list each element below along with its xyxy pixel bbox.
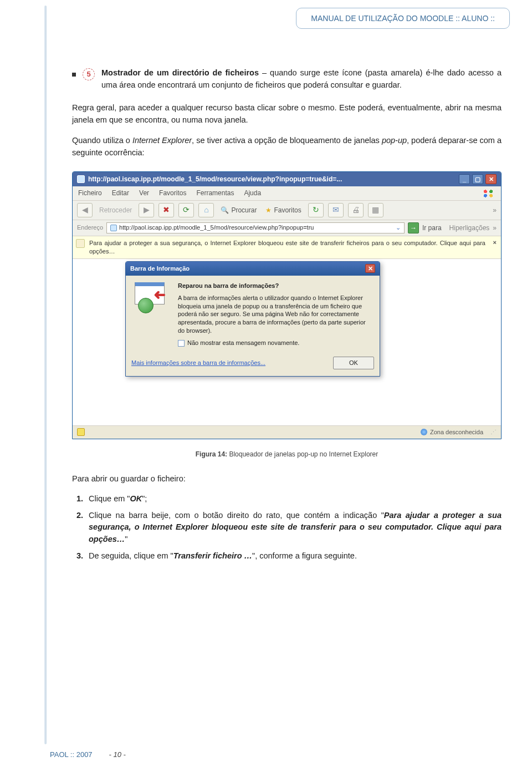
ie-menu-bar: Ficheiro Editar Ver Favoritos Ferramenta… (73, 186, 501, 201)
dialog-heading: Reparou na barra de informações? (178, 281, 373, 291)
bullet-item-5: 5 Mostrador de um directório de ficheiro… (72, 67, 502, 92)
print-button[interactable]: 🖨 (348, 203, 364, 217)
zone-text: Zona desconhecida (430, 428, 483, 437)
fav-label: Favoritos (274, 205, 301, 216)
steps-list: Clique em "OK"; Clique na barra beije, c… (85, 493, 502, 562)
dialog-titlebar: Barra de Informação ✕ (126, 262, 380, 276)
back-label: Retroceder (97, 205, 134, 216)
sub-heading: Para abrir ou guardar o ficheiro: (72, 473, 502, 485)
dialog-footer: Mais informações sobre a barra de inform… (126, 353, 380, 376)
step-3: De seguida, clique em "Transferir fichei… (85, 550, 502, 562)
p2b: Internet Explorer (132, 136, 192, 145)
para-ie-intro: Quando utiliza o Internet Explorer, se t… (72, 134, 502, 159)
s2a: Clique na barra beije, com o botão direi… (89, 511, 384, 520)
go-label: Ir para (422, 223, 442, 233)
address-label: Endereço (77, 223, 103, 232)
overflow-icon[interactable]: » (493, 205, 497, 216)
page-icon (77, 175, 85, 183)
caption-rest: Bloqueador de janelas pop-up no Internet… (229, 450, 378, 458)
header-box: MANUAL DE UTILIZAÇÃO DO MOODLE :: ALUNO … (296, 8, 510, 29)
refresh-button[interactable]: ⟳ (178, 203, 194, 217)
menu-favoritos[interactable]: Favoritos (159, 188, 186, 199)
page-footer: PAOL :: 2007 - 10 - (50, 750, 126, 759)
s3a: De seguida, clique em " (89, 551, 173, 560)
page-favicon-icon (110, 225, 117, 231)
resize-grip-icon: ⋰ (490, 428, 497, 437)
menu-ajuda[interactable]: Ajuda (244, 188, 261, 199)
s1c: "; (142, 494, 147, 503)
links-overflow-icon[interactable]: » (493, 223, 497, 233)
search-group[interactable]: 🔍Procurar (218, 205, 259, 216)
ie-title-text: http://paol.iscap.ipp.pt/moodle_1_5/mod/… (88, 174, 342, 185)
links-label[interactable]: Hiperligações (449, 223, 490, 233)
p2d: pop-up (382, 136, 407, 145)
minimize-button[interactable]: _ (459, 174, 470, 184)
page-left-border (44, 6, 47, 744)
ie-screenshot: http://paol.iscap.ipp.pt/moodle_1_5/mod/… (72, 171, 502, 439)
s1b: OK (130, 494, 142, 503)
s1a: Clique em " (89, 494, 130, 503)
header-text: MANUAL DE UTILIZAÇÃO DO MOODLE :: ALUNO … (311, 14, 495, 23)
footer-page: - 10 - (109, 750, 126, 759)
bullet-lead: Mostrador de um directório de ficheiros (101, 68, 259, 77)
step-1: Clique em "OK"; (85, 493, 502, 505)
ie-window: http://paol.iscap.ipp.pt/moodle_1_5/mod/… (72, 171, 502, 439)
caption-lead: Figura 14: (196, 450, 229, 458)
shield-download-icon (76, 239, 85, 248)
ok-button[interactable]: OK (333, 357, 374, 369)
para-rule: Regra geral, para aceder a qualquer recu… (72, 101, 502, 126)
figure-caption: Figura 14: Bloqueador de janelas pop-up … (72, 449, 502, 460)
close-button[interactable]: ✕ (485, 174, 497, 184)
address-input[interactable]: http://paol.iscap.ipp.pt/moodle_1_5/mod/… (106, 222, 405, 233)
page-content: 5 Mostrador de um directório de ficheiro… (0, 0, 532, 617)
shield-icon (77, 428, 85, 436)
ie-toolbar: ◀ Retroceder ▶ ✖ ⟳ ⌂ 🔍Procurar ★Favorito… (73, 201, 501, 220)
windows-flag-icon (481, 189, 495, 199)
checkbox-label: Não mostrar esta mensagem novamente. (187, 338, 299, 348)
dialog-title-text: Barra de Informação (130, 264, 190, 273)
badge-5-num: 5 (86, 69, 90, 80)
fav-group[interactable]: ★Favoritos (263, 205, 303, 216)
bullet-marker (72, 73, 76, 77)
back-button[interactable]: ◀ (77, 203, 93, 217)
dialog-checkbox-row[interactable]: Não mostrar esta mensagem novamente. (178, 338, 373, 348)
menu-ficheiro[interactable]: Ficheiro (78, 188, 102, 199)
search-label: Procurar (231, 205, 257, 216)
ie-body: Barra de Informação ✕ ➜ Reparou na barra… (73, 259, 501, 425)
go-button[interactable]: → (408, 222, 419, 233)
s3c: ", conforme a figura seguinte. (252, 551, 357, 560)
step-2: Clique na barra beije, com o botão direi… (85, 510, 502, 546)
ie-address-bar: Endereço http://paol.iscap.ipp.pt/moodle… (73, 220, 501, 236)
infobar-text: Para ajudar a proteger a sua segurança, … (89, 240, 485, 255)
menu-ver[interactable]: Ver (139, 188, 149, 199)
stop-button[interactable]: ✖ (158, 203, 174, 217)
dialog-icon: ➜ (132, 281, 171, 314)
dialog-text: Reparou na barra de informações? A barra… (178, 281, 373, 348)
dialog-more-link[interactable]: Mais informações sobre a barra de inform… (131, 358, 265, 368)
info-dialog: Barra de Informação ✕ ➜ Reparou na barra… (125, 261, 380, 377)
dialog-body: ➜ Reparou na barra de informações? A bar… (126, 276, 380, 353)
dialog-paragraph: A barra de informações alerta o utilizad… (178, 294, 373, 335)
menu-ferramentas[interactable]: Ferramentas (196, 188, 234, 199)
window-buttons: _ ▢ ✕ (459, 174, 497, 184)
home-button[interactable]: ⌂ (198, 203, 214, 217)
s3b: Transferir ficheiro … (173, 551, 252, 560)
ie-information-bar[interactable]: Para ajudar a proteger a sua segurança, … (73, 236, 501, 259)
forward-button[interactable]: ▶ (139, 203, 154, 217)
globe-icon (421, 429, 427, 435)
badge-5: 5 (83, 68, 95, 80)
s2c: " (125, 535, 127, 544)
dialog-close-button[interactable]: ✕ (365, 264, 375, 273)
bullet-text: Mostrador de um directório de ficheiros … (101, 67, 502, 92)
history-button[interactable]: ↻ (308, 203, 324, 217)
checkbox-icon[interactable] (178, 340, 185, 347)
menu-editar[interactable]: Editar (112, 188, 129, 199)
address-value: http://paol.iscap.ipp.pt/moodle_1_5/mod/… (119, 223, 393, 232)
dropdown-icon[interactable]: ⌄ (396, 223, 401, 232)
zone-label: Zona desconhecida ⋰ (421, 428, 497, 437)
maximize-button[interactable]: ▢ (472, 174, 483, 184)
mail-button[interactable]: ✉ (328, 203, 344, 217)
edit-button[interactable]: ▦ (368, 203, 383, 217)
ie-titlebar: http://paol.iscap.ipp.pt/moodle_1_5/mod/… (73, 172, 501, 187)
infobar-close-icon[interactable]: × (493, 238, 497, 247)
